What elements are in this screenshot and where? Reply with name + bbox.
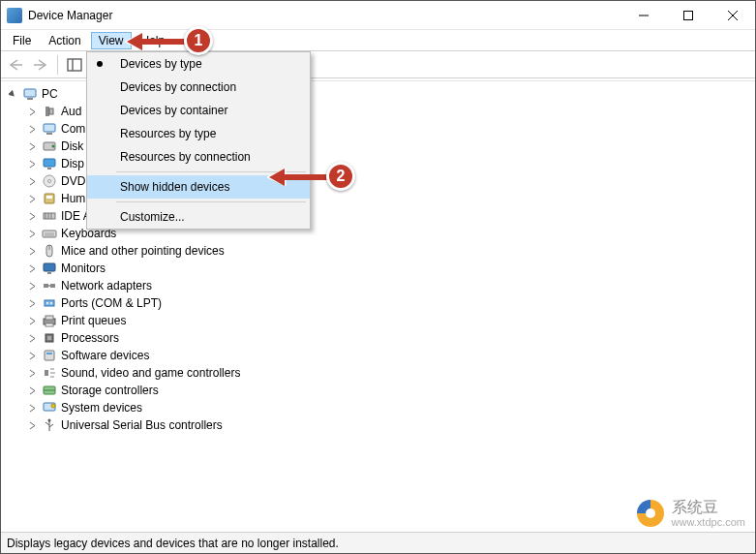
tree-category-label: Com [61, 122, 85, 136]
software-icon [42, 348, 57, 363]
expand-icon[interactable] [26, 245, 38, 257]
expand-icon[interactable] [26, 210, 38, 222]
expand-icon[interactable] [26, 385, 38, 396]
menu-file[interactable]: File [5, 32, 39, 49]
maximize-button[interactable] [666, 1, 711, 29]
svg-point-40 [50, 302, 52, 304]
tree-category[interactable]: Software devices [26, 347, 755, 364]
annotation-arrow-1 [125, 32, 193, 51]
menu-item-label: Devices by connection [120, 80, 236, 94]
svg-rect-23 [46, 196, 52, 199]
tree-category[interactable]: Monitors [26, 260, 755, 277]
expand-icon[interactable] [26, 419, 38, 431]
tree-category[interactable]: Sound, video and game controllers [26, 364, 755, 382]
svg-rect-10 [24, 89, 36, 97]
cpu-icon [42, 330, 57, 346]
expand-icon[interactable] [26, 350, 38, 361]
svg-rect-45 [47, 336, 51, 340]
tree-category[interactable]: Mice and other pointing devices [26, 242, 755, 260]
ide-icon [42, 208, 57, 224]
forward-button[interactable] [30, 54, 51, 76]
tree-category-label: Aud [61, 105, 81, 118]
svg-rect-36 [50, 284, 55, 288]
expand-icon[interactable] [26, 402, 38, 414]
menu-item[interactable]: Customize... [87, 205, 310, 229]
display-icon [42, 156, 57, 171]
tree-category[interactable]: Universal Serial Bus controllers [26, 416, 755, 434]
sound-icon [42, 365, 57, 381]
menu-item[interactable]: Resources by connection [87, 145, 310, 169]
menu-item-label: Devices by container [120, 104, 227, 117]
menu-action[interactable]: Action [41, 32, 88, 49]
tree-category-label: Processors [61, 331, 119, 345]
close-button[interactable] [711, 1, 755, 29]
expand-icon[interactable] [26, 228, 38, 239]
menubar: File Action View Help [1, 30, 755, 51]
tree-category[interactable]: Ports (COM & LPT) [26, 294, 755, 312]
view-menu-dropdown: Devices by typeDevices by connectionDevi… [86, 51, 311, 230]
svg-rect-18 [44, 159, 55, 167]
svg-rect-46 [45, 351, 54, 360]
hid-icon [42, 191, 57, 206]
expand-icon[interactable] [26, 367, 38, 379]
show-hide-tree-button[interactable] [64, 54, 85, 76]
expand-icon[interactable] [26, 332, 38, 344]
minimize-button[interactable] [621, 1, 666, 29]
svg-rect-14 [44, 124, 55, 132]
menu-item[interactable]: Devices by connection [87, 76, 310, 99]
window-controls [621, 1, 755, 29]
expand-icon[interactable] [26, 158, 38, 169]
expand-icon[interactable] [26, 106, 38, 117]
svg-rect-48 [45, 370, 48, 376]
tree-category-label: Hum [61, 192, 85, 205]
storage-icon [42, 383, 57, 398]
keyboard-icon [42, 226, 57, 241]
back-button[interactable] [5, 54, 26, 76]
expand-icon[interactable] [26, 175, 38, 187]
annotation-arrow-2 [267, 168, 335, 187]
expand-icon[interactable] [7, 88, 18, 100]
expand-icon[interactable] [26, 123, 38, 135]
tree-category[interactable]: Storage controllers [26, 382, 755, 399]
tree-category[interactable]: Network adapters [26, 277, 755, 294]
expand-icon[interactable] [26, 193, 38, 204]
tree-category-label: Monitors [61, 262, 106, 275]
tree-category[interactable]: Processors [26, 329, 755, 347]
expand-icon[interactable] [26, 280, 38, 292]
tree-category-label: Mice and other pointing devices [61, 244, 225, 258]
svg-rect-13 [49, 108, 53, 114]
statusbar: Displays legacy devices and devices that… [1, 532, 755, 553]
tree-category[interactable]: System devices [26, 399, 755, 416]
menu-item[interactable]: Devices by type [87, 52, 310, 76]
annotation-badge-2: 2 [326, 162, 355, 191]
menu-item-label: Devices by type [120, 57, 202, 71]
disk-icon [42, 138, 57, 154]
mouse-icon [42, 243, 57, 259]
toolbar-divider [57, 55, 58, 75]
svg-rect-42 [45, 316, 53, 320]
radio-indicator-icon [97, 61, 103, 67]
menu-item-label: Resources by connection [120, 150, 251, 164]
tree-category[interactable]: Print queues [26, 312, 755, 329]
menu-item[interactable]: Resources by type [87, 122, 310, 145]
expand-icon[interactable] [26, 315, 38, 326]
svg-line-59 [49, 424, 53, 427]
svg-rect-11 [27, 98, 33, 100]
svg-rect-43 [45, 323, 53, 326]
system-icon [42, 400, 57, 416]
menu-item[interactable]: Devices by container [87, 99, 310, 122]
computer-icon [42, 121, 57, 137]
expand-icon[interactable] [26, 140, 38, 152]
annotation-badge-1: 1 [184, 26, 213, 55]
svg-rect-12 [45, 107, 49, 116]
expand-icon[interactable] [26, 297, 38, 309]
svg-rect-33 [44, 263, 55, 271]
expand-icon[interactable] [26, 262, 38, 274]
svg-rect-38 [45, 300, 54, 306]
tree-category-label: Ports (COM & LPT) [61, 296, 162, 310]
svg-point-21 [48, 180, 51, 183]
speaker-icon [42, 104, 57, 119]
tree-category-label: Disp [61, 157, 84, 170]
svg-point-17 [52, 145, 55, 148]
tree-category-label: Disk [61, 139, 83, 153]
